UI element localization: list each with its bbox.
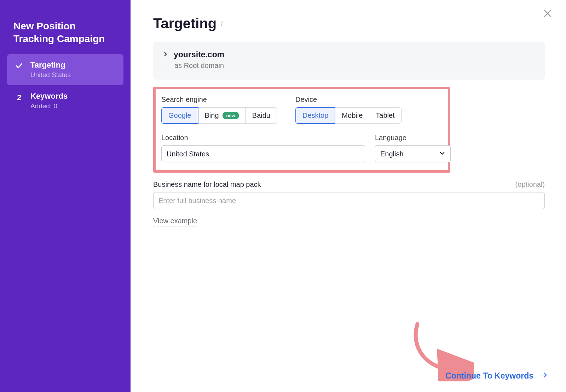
location-label: Location — [161, 134, 365, 142]
optional-label: (optional) — [515, 180, 545, 189]
step-sub: Added: 0 — [30, 102, 68, 110]
badge-new: new — [223, 112, 239, 119]
main-content: Targeting i yoursite.com as Root domain … — [131, 0, 566, 392]
language-label: Language — [375, 134, 451, 142]
business-input[interactable] — [153, 192, 545, 209]
page-title: Targeting i — [153, 16, 545, 31]
search-engine-label: Search engine — [161, 96, 277, 104]
chevron-right-icon — [163, 50, 168, 59]
domain-card[interactable]: yoursite.com as Root domain — [153, 42, 545, 80]
seg-tablet[interactable]: Tablet — [369, 107, 401, 124]
info-icon[interactable]: i — [221, 19, 223, 28]
device-label: Device — [295, 96, 402, 104]
device-toggle: Desktop Mobile Tablet — [295, 107, 402, 124]
step-title: Keywords — [30, 92, 68, 101]
seg-bing[interactable]: Bing new — [198, 107, 246, 124]
domain-name: yoursite.com — [174, 50, 224, 59]
seg-baidu[interactable]: Baidu — [246, 107, 277, 124]
business-label: Business name for local map pack — [153, 180, 261, 189]
language-select[interactable]: English — [375, 145, 451, 162]
close-button[interactable] — [540, 6, 555, 21]
step-sub: United States — [30, 71, 71, 79]
view-example-link[interactable]: View example — [153, 217, 197, 226]
chevron-down-icon — [439, 150, 445, 158]
step-number: 2 — [14, 92, 24, 102]
sidebar: New Position Tracking Campaign Targeting… — [0, 0, 131, 392]
arrow-right-icon — [539, 371, 548, 381]
seg-google[interactable]: Google — [161, 107, 198, 124]
location-input[interactable] — [161, 145, 365, 162]
step-title: Targeting — [30, 60, 71, 70]
step-targeting[interactable]: Targeting United States — [7, 54, 123, 85]
sidebar-title: New Position Tracking Campaign — [7, 13, 123, 54]
continue-button[interactable]: Continue To Keywords — [445, 371, 548, 381]
check-icon — [14, 60, 24, 70]
step-keywords[interactable]: 2 Keywords Added: 0 — [7, 85, 123, 116]
seg-mobile[interactable]: Mobile — [335, 107, 369, 124]
business-section: Business name for local map pack (option… — [153, 180, 545, 226]
seg-desktop[interactable]: Desktop — [295, 107, 335, 124]
search-engine-toggle: Google Bing new Baidu — [161, 107, 277, 124]
targeting-options: Search engine Google Bing new Baidu Devi… — [153, 87, 450, 173]
domain-sub: as Root domain — [174, 62, 535, 70]
